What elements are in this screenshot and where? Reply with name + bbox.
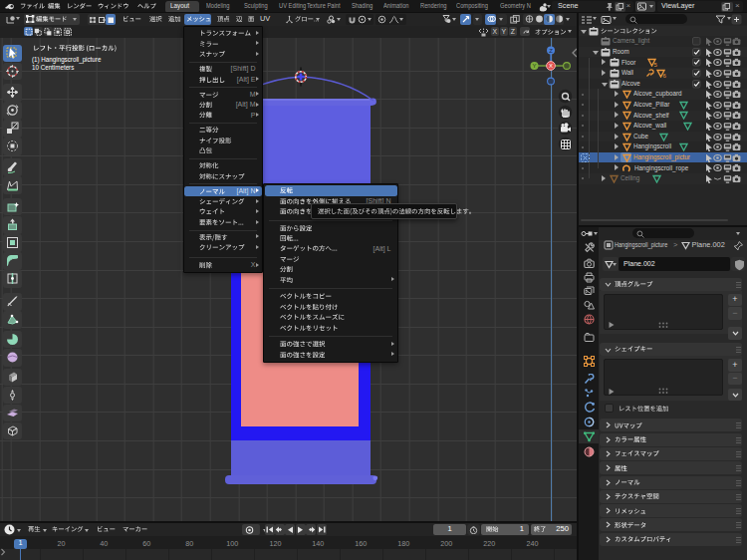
svg-text:Y: Y	[532, 63, 536, 69]
svg-text:X: X	[549, 63, 553, 69]
svg-text:Z: Z	[549, 48, 553, 54]
